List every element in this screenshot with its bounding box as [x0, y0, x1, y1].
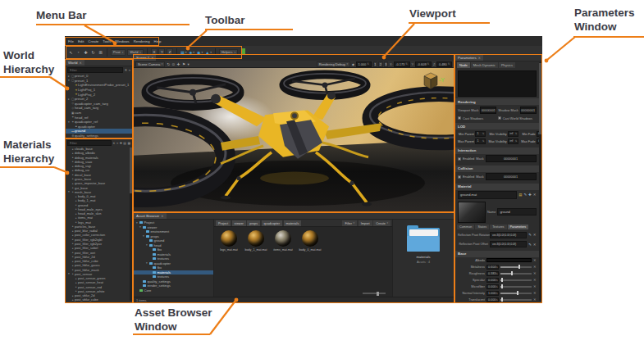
object-tab[interactable]: Physics: [499, 62, 515, 68]
expander-icon[interactable]: ▾: [139, 225, 143, 229]
spinner-icon[interactable]: ⇅: [515, 132, 518, 135]
menu-item[interactable]: Tools: [103, 39, 111, 43]
camera-speed-box[interactable]: 1.000⇅: [356, 61, 372, 67]
edit-icon[interactable]: ✎: [528, 243, 532, 247]
asset-browser-tab[interactable]: Asset Browser✕: [134, 213, 167, 219]
interaction-enabled-checkbox[interactable]: [458, 157, 461, 161]
items_mat.mat[interactable]: items_mat.mat: [272, 230, 294, 252]
menu-item[interactable]: Edit: [78, 39, 84, 43]
select-cursor-icon[interactable]: ↖: [68, 48, 74, 57]
slider-track[interactable]: [500, 299, 532, 301]
slider-track[interactable]: [500, 266, 532, 268]
breadcrumb-item[interactable]: viewer: [232, 220, 246, 226]
body_0_mat.mat[interactable]: body_0_mat.mat: [299, 230, 321, 252]
spinner-icon[interactable]: ⇅: [482, 139, 485, 143]
close-icon[interactable]: ✕: [79, 61, 81, 65]
coord-value-box[interactable]: 0.480⇅: [436, 61, 452, 67]
list-view-icon[interactable]: ≡: [116, 141, 118, 146]
spinner-icon[interactable]: ⇅: [496, 285, 498, 288]
material-tab[interactable]: Parameters: [508, 225, 529, 229]
filter-button[interactable]: Filter▾: [342, 220, 357, 226]
slider-value-box[interactable]: 0.000⇅: [486, 284, 499, 289]
slider-track[interactable]: [500, 273, 532, 275]
speed-preset-button[interactable]: 3: [384, 61, 389, 67]
cast-shadows-checkbox[interactable]: [458, 116, 461, 120]
reset-icon[interactable]: ✕: [533, 291, 537, 295]
expander-icon[interactable]: ▾: [143, 234, 146, 238]
viewport-render[interactable]: -Y: [134, 68, 454, 211]
scene-tab[interactable]: Scene 1✕: [134, 55, 156, 61]
parameters-tab[interactable]: Parameters✕: [455, 55, 483, 61]
slider-track[interactable]: [500, 286, 532, 288]
slider-track[interactable]: [500, 279, 532, 281]
lod-field-value[interactable]: 1⇅: [475, 138, 486, 145]
menu-item[interactable]: Help: [154, 39, 162, 43]
move-camera-icon[interactable]: ✚: [177, 62, 180, 66]
spinner-icon[interactable]: ⇅: [482, 132, 485, 135]
add-icon[interactable]: ✚: [528, 193, 532, 197]
legs_mat.mat[interactable]: legs_mat.mat: [218, 230, 240, 252]
material-file-field[interactable]: ground.mat: [458, 191, 517, 198]
lock-icon[interactable]: ⊙: [172, 62, 176, 66]
clear-filter-icon[interactable]: ✕: [125, 68, 128, 73]
param-value-field[interactable]: vec3(0.0f,0.0f,0.0f): [490, 232, 527, 238]
spinner-icon[interactable]: ⇅: [496, 292, 498, 295]
color-swatch[interactable]: [486, 258, 532, 262]
menu-item[interactable]: Create: [88, 39, 98, 43]
select-dropdown-icon[interactable]: ▾: [75, 48, 81, 57]
speed-preset-button[interactable]: 2: [378, 61, 383, 67]
spinner-icon[interactable]: ⇅: [496, 266, 498, 269]
reset-icon[interactable]: ✕: [533, 271, 537, 275]
reset-icon[interactable]: ✕: [533, 284, 537, 288]
reset-icon[interactable]: ✕: [533, 297, 537, 302]
parameters-scrollbar[interactable]: [539, 62, 541, 301]
asset-tree-item[interactable]: Core: [134, 288, 213, 293]
delete-icon[interactable]: ▦: [127, 141, 130, 146]
lod-field-value[interactable]: inf⇅: [508, 131, 518, 138]
viewport-3d-scene[interactable]: -Y: [134, 68, 454, 211]
world-tree-item[interactable]: ⚙ quality_settings: [66, 134, 132, 138]
object-tab[interactable]: Mesh Dynamic: [471, 62, 498, 68]
spinner-icon[interactable]: ⇅: [515, 139, 518, 143]
clear-icon[interactable]: ✕: [533, 193, 537, 197]
close-icon[interactable]: ✕: [151, 56, 153, 60]
material-tab[interactable]: Common: [457, 225, 474, 229]
material-item[interactable]: ● post_vblur_cube: [66, 297, 132, 302]
coord-value-box[interactable]: -0.609⇅: [415, 61, 432, 67]
pivot-dropdown[interactable]: Pivot▾: [111, 49, 126, 56]
materials-folder-icon[interactable]: [407, 228, 440, 252]
slider-value-box[interactable]: 0.000⇅: [486, 297, 499, 302]
clear-icon[interactable]: ✕: [533, 233, 537, 237]
tree-options-icon[interactable]: ≡: [129, 68, 130, 73]
refresh-icon[interactable]: ↻: [167, 62, 170, 66]
slider-value-box[interactable]: 0.604⇅: [486, 265, 499, 270]
camera-dropdown[interactable]: Scene Camera▾: [135, 61, 165, 67]
materials-filter-input[interactable]: [67, 140, 112, 146]
breadcrumb-item[interactable]: materials: [284, 220, 302, 226]
material-tab[interactable]: Textures: [490, 225, 506, 229]
edit-icon[interactable]: ✎: [523, 193, 527, 197]
collision-enabled-checkbox[interactable]: [458, 175, 461, 179]
param-value-field[interactable]: vec3(0.0f,0.0f,0.0f): [490, 241, 527, 247]
spinner-icon[interactable]: ⇅: [496, 279, 498, 282]
spinner-icon[interactable]: ⇅: [496, 298, 498, 302]
import-button[interactable]: Import: [359, 220, 372, 226]
thumbnail-zoom-slider[interactable]: [363, 293, 386, 294]
slider-value-box[interactable]: 0.000⇅: [486, 278, 499, 283]
lod-field-value[interactable]: inf⇅: [508, 138, 518, 145]
slider-value-box[interactable]: 1.000⇅: [486, 291, 499, 296]
clear-filter-icon[interactable]: ✕: [112, 141, 115, 146]
move-icon[interactable]: ✚: [83, 48, 89, 57]
material-name-field[interactable]: ground: [497, 208, 536, 216]
lod-field-value[interactable]: 1⇅: [475, 131, 486, 138]
menu-item[interactable]: File: [68, 39, 74, 43]
material-tab[interactable]: States: [475, 225, 489, 229]
spinner-icon[interactable]: ⇅: [405, 62, 408, 66]
reset-icon[interactable]: ✕: [533, 278, 537, 282]
scale-icon[interactable]: ⊞: [98, 48, 103, 57]
body_1_mat.mat[interactable]: body_1_mat.mat: [245, 230, 267, 252]
spinner-icon[interactable]: ⇅: [367, 62, 369, 66]
cast-world-shadows-checkbox[interactable]: [498, 116, 501, 120]
shadow-mask-field[interactable]: 00000001: [520, 107, 537, 114]
rendering-debug-dropdown[interactable]: Rendering Debug▾: [317, 61, 350, 67]
